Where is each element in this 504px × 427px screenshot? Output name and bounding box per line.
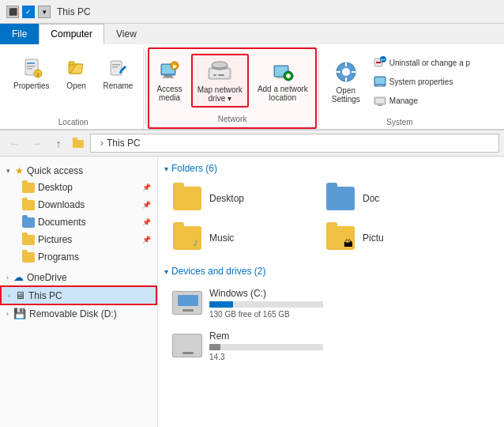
open-settings-button[interactable]: OpenSettings (325, 55, 367, 108)
svg-rect-22 (213, 74, 216, 76)
svg-rect-44 (376, 99, 384, 103)
system-props-icon (374, 75, 386, 88)
sidebar-item-documents[interactable]: Documents 📌 (16, 214, 157, 231)
rename-button[interactable]: Rename (98, 51, 139, 94)
this-pc-label: This PC (28, 290, 149, 301)
removable-expand-icon: › (6, 310, 9, 318)
music-tile-name: Music (209, 232, 234, 244)
sidebar-item-programs[interactable]: Programs (16, 248, 157, 266)
ribbon-group-system: OpenSettings ↩ Uninstall or (321, 47, 479, 129)
svg-rect-47 (73, 138, 77, 142)
uninstall-icon: ↩ (374, 56, 386, 69)
drive-c-free: 130 GB free of 165 GB (209, 310, 323, 319)
svg-rect-33 (345, 77, 347, 81)
location-group-label: Location (58, 115, 88, 129)
desktop-label: Desktop (38, 182, 139, 193)
arrow-icon[interactable]: ▾ (38, 6, 51, 18)
add-network-button[interactable]: Add a networklocation (252, 54, 314, 106)
sidebar-item-onedrive[interactable]: › ☁ OneDrive (0, 269, 157, 285)
removable-drive-icon (171, 330, 203, 361)
map-network-drive-button[interactable]: Map networkdrive ▾ (191, 54, 249, 108)
divider-1 (145, 51, 146, 126)
svg-rect-19 (210, 70, 229, 77)
open-icon (64, 55, 89, 80)
sidebar-item-downloads[interactable]: Downloads 📌 (16, 196, 157, 214)
windows-drive-icon (171, 287, 203, 319)
svg-rect-7 (69, 62, 74, 65)
drives-title-text: Devices and drives (2) (171, 266, 265, 277)
ribbon-group-network: ▶ Accessmedia (148, 47, 316, 129)
tab-computer[interactable]: Computer (39, 24, 104, 44)
svg-rect-45 (378, 104, 382, 106)
uninstall-button[interactable]: ↩ Uninstall or change a p (370, 54, 474, 71)
up-button[interactable]: ↑ (49, 134, 68, 153)
svg-rect-29 (286, 75, 291, 77)
drives-chevron-icon: ▾ (164, 267, 168, 276)
open-settings-label: OpenSettings (332, 86, 360, 104)
drive-tile-removable[interactable]: Rem 14.3 (164, 326, 330, 365)
access-media-label: Accessmedia (156, 85, 182, 102)
removable-disk-icon: 💾 (13, 308, 26, 319)
sidebar-item-quick-access[interactable]: ▾ ★ Quick access (0, 163, 157, 179)
desktop-tile-name: Desktop (209, 193, 244, 204)
svg-rect-14 (164, 75, 172, 77)
pin-icon-documents: 📌 (142, 218, 151, 226)
folders-grid: Desktop Doc Music (164, 180, 498, 256)
manage-button[interactable]: Manage (370, 92, 474, 109)
documents-tile-name: Doc (363, 193, 379, 204)
quick-access-icon[interactable]: ⬛ (6, 6, 19, 18)
properties-button[interactable]: i Properties (8, 51, 55, 94)
svg-point-21 (212, 62, 228, 68)
manage-icon (374, 94, 386, 107)
system-properties-label: System properties (389, 77, 453, 86)
rename-icon (105, 55, 130, 80)
this-pc-computer-icon: 🖥 (15, 289, 25, 301)
sidebar-item-desktop[interactable]: Desktop 📌 (16, 179, 157, 196)
access-media-icon: ▶ (157, 58, 182, 83)
divider-2 (318, 51, 319, 126)
folder-tile-music[interactable]: Music (164, 220, 314, 256)
add-network-icon (270, 58, 295, 83)
desktop-folder-icon (22, 181, 35, 194)
svg-rect-1 (27, 62, 35, 64)
onedrive-label: OneDrive (27, 272, 151, 283)
manage-label: Manage (389, 96, 418, 105)
properties-label: Properties (13, 81, 50, 90)
address-path[interactable]: › This PC (90, 134, 499, 153)
sidebar-item-removable[interactable]: › 💾 Removable Disk (D:) (0, 305, 157, 322)
tab-file[interactable]: File (0, 24, 39, 44)
forward-button[interactable]: → (27, 134, 46, 153)
checkmark-icon[interactable]: ✓ (22, 6, 35, 18)
pin-icon-pictures: 📌 (142, 236, 151, 244)
back-button[interactable]: ← (5, 134, 24, 153)
svg-rect-23 (218, 74, 224, 76)
open-button[interactable]: Open (58, 51, 95, 94)
title-bar: ⬛ ✓ ▾ This PC (0, 0, 504, 24)
map-network-label: Map networkdrive ▾ (197, 85, 243, 103)
svg-rect-42 (378, 85, 382, 86)
access-media-button[interactable]: ▶ Accessmedia (151, 54, 187, 106)
folders-title-text: Folders (6) (171, 163, 217, 174)
folder-tile-documents[interactable]: Doc (318, 180, 468, 217)
onedrive-cloud-icon: ☁ (13, 271, 24, 283)
title-bar-controls: ⬛ ✓ ▾ (6, 6, 51, 18)
system-buttons: OpenSettings ↩ Uninstall or (325, 47, 474, 115)
svg-rect-34 (337, 71, 340, 73)
svg-text:↩: ↩ (381, 57, 386, 62)
drive-c-name: Windows (C:) (209, 288, 323, 299)
drive-tile-c[interactable]: Windows (C:) 130 GB free of 165 GB (164, 283, 330, 323)
system-properties-button[interactable]: System properties (370, 73, 474, 90)
documents-tile-icon (325, 184, 356, 213)
drive-c-bar (209, 301, 233, 308)
pictures-tile-icon (325, 224, 356, 252)
folder-tile-pictures[interactable]: Pictu (318, 220, 468, 256)
documents-folder-icon (22, 216, 35, 229)
open-label: Open (66, 81, 85, 90)
sidebar-item-this-pc[interactable]: › 🖥 This PC (0, 285, 157, 305)
folder-tile-desktop[interactable]: Desktop (164, 180, 314, 217)
sidebar-item-pictures[interactable]: Pictures 📌 (16, 231, 157, 248)
ribbon-content: i Properties Open (0, 44, 504, 130)
sidebar: ▾ ★ Quick access Desktop 📌 Downloads (0, 157, 158, 427)
svg-point-31 (342, 68, 350, 76)
tab-view[interactable]: View (104, 24, 149, 44)
